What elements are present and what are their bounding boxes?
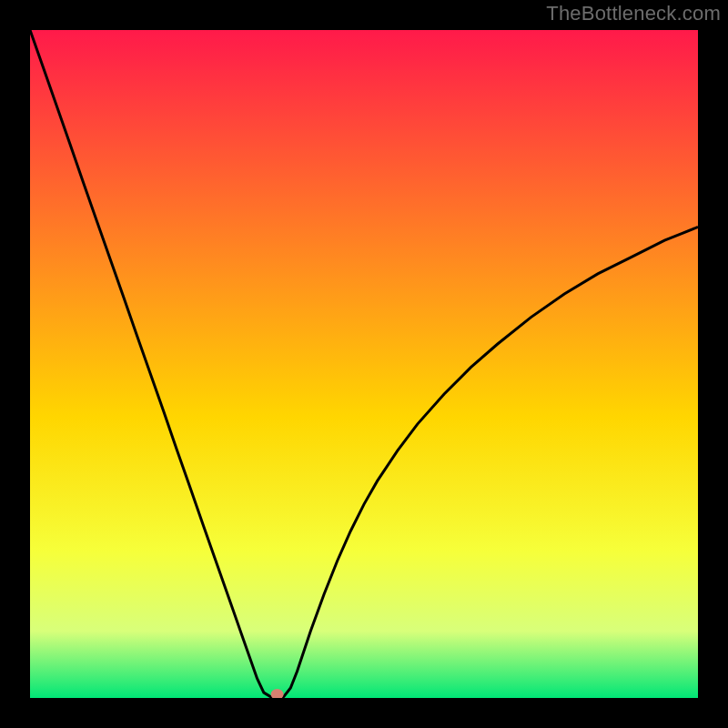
attribution-text: TheBottleneck.com [546,2,721,25]
bottleneck-chart [30,30,698,698]
gradient-background [30,30,698,698]
chart-frame: TheBottleneck.com [0,0,728,728]
